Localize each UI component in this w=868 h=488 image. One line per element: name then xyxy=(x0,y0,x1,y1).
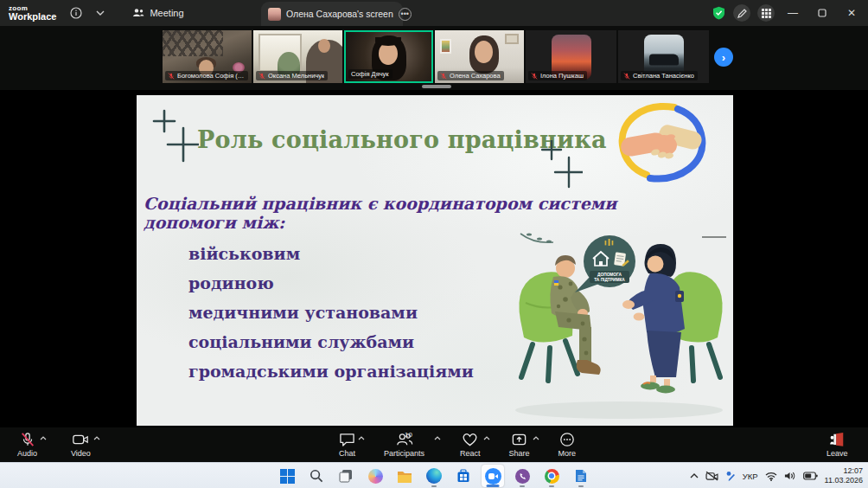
chat-button[interactable]: Chat xyxy=(339,432,365,458)
taskbar-search-button[interactable] xyxy=(305,465,328,487)
participants-button[interactable]: Participants 10 xyxy=(384,432,441,458)
participant-video-tile-active-speaker[interactable]: Софія Дячук xyxy=(344,30,433,83)
people-icon xyxy=(132,8,144,18)
leave-button[interactable]: Leave xyxy=(827,432,848,458)
chat-icon xyxy=(339,432,355,447)
edge-button[interactable] xyxy=(423,465,445,487)
copilot-button[interactable] xyxy=(364,465,386,487)
participant-name-tag: Богомолова Софія (22... xyxy=(165,71,248,80)
chevron-down-icon[interactable] xyxy=(93,5,108,21)
maximize-button[interactable] xyxy=(811,2,833,24)
share-screen-icon xyxy=(511,432,527,447)
react-button[interactable]: React xyxy=(460,432,490,458)
audio-button[interactable]: Audio xyxy=(17,432,47,458)
video-options-caret[interactable] xyxy=(93,436,100,440)
meeting-tab-label: Meeting xyxy=(150,8,183,18)
meeting-control-bar: Audio Video xyxy=(0,427,868,462)
participants-options-caret[interactable] xyxy=(434,436,441,440)
pen-icon[interactable] xyxy=(725,471,736,482)
heart-icon xyxy=(462,432,478,447)
participant-name-tag: Ілона Пушкаш xyxy=(528,71,587,80)
react-label: React xyxy=(460,449,481,458)
room-ceiling-decor xyxy=(163,30,223,56)
task-view-button[interactable] xyxy=(335,465,357,487)
participant-avatar-tile[interactable]: Ілона Пушкаш xyxy=(526,30,616,83)
soldier-social-worker-illustration: ДОПОМОГА ТА ПІДТРИМКА xyxy=(508,223,733,424)
start-button[interactable] xyxy=(276,465,298,487)
audio-label: Audio xyxy=(17,449,37,458)
share-label: Share xyxy=(509,449,530,458)
tab-screen-share[interactable]: Олена Сахарова's screen ••• xyxy=(261,2,403,26)
search-icon xyxy=(310,469,323,483)
filmstrip-scrollbar[interactable] xyxy=(422,85,451,88)
participant-video-tile[interactable]: Богомолова Софія (22... xyxy=(163,30,252,83)
audio-options-caret[interactable] xyxy=(40,436,47,440)
bullet-item: соціальними службами xyxy=(188,332,474,362)
avatar xyxy=(268,8,281,21)
muted-mic-icon xyxy=(623,73,630,80)
zoom-workplace-logo: zoom Workplace xyxy=(9,5,56,22)
more-ellipsis-icon xyxy=(559,432,575,447)
participants-label: Participants xyxy=(384,449,424,458)
participant-name-tag: Олена Сахарова xyxy=(437,71,504,80)
bubble-text-line2: ТА ПІДТРИМКА xyxy=(594,278,625,282)
microsoft-store-button[interactable] xyxy=(452,465,475,487)
video-camera-icon xyxy=(72,432,89,447)
file-explorer-button[interactable] xyxy=(393,465,416,487)
bullet-item: медичними установами xyxy=(188,303,474,332)
viber-button[interactable] xyxy=(511,465,533,487)
participants-count-badge: 10 xyxy=(405,431,412,439)
close-button[interactable]: ✕ xyxy=(840,2,863,24)
tab-meeting[interactable]: Meeting xyxy=(132,8,183,18)
wifi-icon[interactable] xyxy=(765,472,777,481)
clock-time: 12:07 xyxy=(825,466,863,476)
video-button[interactable]: Video xyxy=(71,432,100,458)
clock-date: 11.03.2026 xyxy=(825,476,863,485)
edge-icon xyxy=(426,468,442,484)
word-document-button[interactable] xyxy=(570,465,592,487)
apps-grid-icon[interactable] xyxy=(757,4,775,22)
minimize-button[interactable]: — xyxy=(782,2,804,24)
participant-filmstrip: Богомолова Софія (22... Оксана Мельничук… xyxy=(0,26,868,90)
zoom-workplace-window: zoom Workplace Meeting Олена Сахарова's … xyxy=(0,0,868,488)
share-options-caret[interactable] xyxy=(533,436,539,440)
more-label: More xyxy=(558,449,577,458)
more-button[interactable]: More xyxy=(558,432,577,458)
share-button[interactable]: Share xyxy=(509,432,539,458)
participant-video-tile[interactable]: Олена Сахарова xyxy=(435,30,524,83)
zoom-app-button[interactable] xyxy=(482,465,504,487)
screen-share-tab-label: Олена Сахарова's screen xyxy=(286,9,393,19)
leave-label: Leave xyxy=(827,449,848,458)
participant-name-tag: Софія Дячук xyxy=(348,69,393,79)
annotate-pencil-icon[interactable] xyxy=(733,4,750,22)
store-icon xyxy=(456,469,470,483)
taskbar-clock[interactable]: 12:07 11.03.2026 xyxy=(825,466,863,486)
handshake-logo xyxy=(610,100,714,183)
battery-icon[interactable] xyxy=(803,472,818,480)
titlebar: zoom Workplace Meeting Олена Сахарова's … xyxy=(0,0,868,26)
chat-options-caret[interactable] xyxy=(358,436,365,440)
speaker-icon[interactable] xyxy=(784,471,796,481)
security-shield-icon[interactable] xyxy=(711,5,726,21)
bullet-item: громадськими організаціями xyxy=(188,362,474,391)
info-icon[interactable] xyxy=(68,5,84,21)
copilot-icon xyxy=(368,469,383,484)
viber-icon xyxy=(515,469,530,484)
tray-chevron-up-icon[interactable] xyxy=(690,473,699,478)
participant-video-tile[interactable]: Оксана Мельничук xyxy=(253,30,342,83)
language-indicator[interactable]: УКР xyxy=(743,472,758,481)
muted-mic-icon xyxy=(168,73,175,80)
camera-off-icon[interactable] xyxy=(705,471,718,481)
slide-bullet-list: військовим родиною медичними установами … xyxy=(188,244,474,391)
chrome-button[interactable] xyxy=(540,465,563,487)
next-participants-button[interactable]: › xyxy=(714,48,733,67)
muted-mic-icon xyxy=(440,73,447,80)
leave-door-icon xyxy=(828,432,846,447)
react-options-caret[interactable] xyxy=(483,436,490,440)
ellipsis-icon[interactable]: ••• xyxy=(399,8,412,21)
document-app-icon xyxy=(575,469,587,483)
bullet-item: родиною xyxy=(188,273,474,303)
system-tray: УКР 12:07 11.03.2026 xyxy=(690,463,863,488)
participant-avatar-tile[interactable]: Світлана Танасієнко xyxy=(618,30,709,83)
chrome-icon xyxy=(545,469,559,484)
